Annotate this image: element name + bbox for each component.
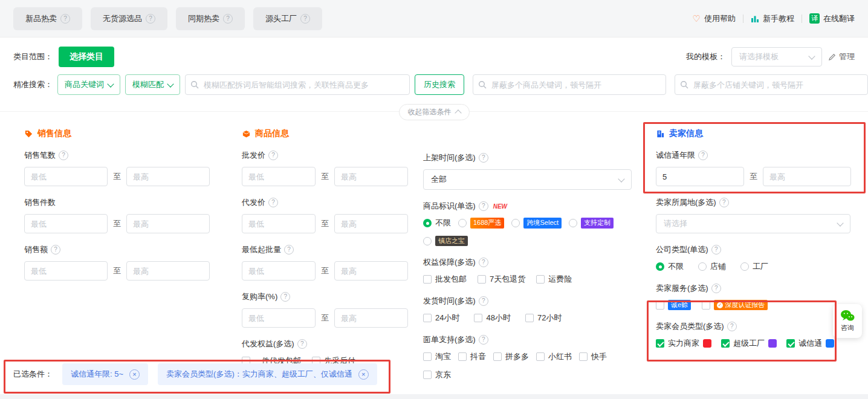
info-icon[interactable] bbox=[479, 201, 488, 211]
translate-link[interactable]: 译 在线翻译 bbox=[809, 13, 855, 24]
radio-tag-1688-select[interactable]: 1688严选 bbox=[458, 218, 504, 228]
years-max-input[interactable] bbox=[763, 167, 851, 186]
wechat-consult-button[interactable]: 咨询 bbox=[833, 304, 862, 338]
info-icon[interactable] bbox=[280, 292, 290, 302]
checkbox-icon bbox=[786, 339, 795, 348]
info-icon[interactable] bbox=[479, 335, 488, 345]
max-input[interactable] bbox=[334, 214, 408, 233]
radio-tag-customization[interactable]: 支持定制 bbox=[569, 218, 614, 228]
years-min-input[interactable] bbox=[656, 167, 744, 186]
info-icon[interactable] bbox=[268, 151, 278, 160]
checkbox-douyin[interactable]: 抖音 bbox=[458, 351, 486, 362]
history-search-button[interactable]: 历史搜索 bbox=[415, 74, 464, 95]
checkbox-cheng-e-she[interactable]: 诚e赊 bbox=[656, 300, 691, 310]
translate-icon: 译 bbox=[809, 13, 820, 24]
info-icon[interactable] bbox=[479, 258, 488, 267]
radio-company-factory[interactable]: 工厂 bbox=[740, 261, 768, 272]
radio-tag-shop-treasure[interactable]: 镇店之宝 bbox=[423, 236, 468, 246]
manage-template-button[interactable]: 管理 bbox=[828, 51, 855, 62]
radio-tag-crossborder-select[interactable]: 跨境Select bbox=[511, 218, 562, 228]
radio-tag-unlimited[interactable]: 不限 bbox=[423, 218, 451, 229]
section-seller-info: 卖家信息 诚信通年限 至 卖家所属地(多选) 请选择 公司类型(单选) 不限 bbox=[656, 128, 852, 349]
min-input[interactable] bbox=[242, 308, 316, 328]
min-input[interactable] bbox=[24, 214, 108, 233]
checkbox-72h[interactable]: 72小时 bbox=[525, 313, 562, 323]
block-product-wrap bbox=[473, 74, 666, 95]
max-input[interactable] bbox=[334, 167, 408, 186]
tab-new-hot[interactable]: 新品热卖 bbox=[13, 7, 82, 30]
collapse-filters-button[interactable]: 收起筛选条件 bbox=[399, 104, 470, 120]
checkbox-xiaohongshu[interactable]: 小红书 bbox=[536, 351, 572, 362]
seller-location-select[interactable]: 请选择 bbox=[656, 214, 850, 233]
info-icon[interactable] bbox=[146, 14, 155, 24]
info-icon[interactable] bbox=[284, 245, 294, 255]
checkbox-chengxintong[interactable]: 诚信通 bbox=[786, 338, 834, 349]
min-input[interactable] bbox=[242, 261, 316, 281]
checkbox-24h[interactable]: 24小时 bbox=[423, 313, 459, 323]
info-icon[interactable] bbox=[711, 284, 721, 293]
max-input[interactable] bbox=[126, 167, 210, 186]
block-product-keywords-input[interactable] bbox=[473, 74, 666, 95]
checkbox-super-factory[interactable]: 超级工厂 bbox=[721, 338, 777, 349]
tab-same-period-hot[interactable]: 同期热卖 bbox=[176, 7, 245, 30]
tab-no-source-selection[interactable]: 无货源选品 bbox=[91, 7, 167, 30]
radio-company-unlimited[interactable]: 不限 bbox=[656, 261, 684, 272]
page: 新品热卖 无货源选品 同期热卖 源头工厂 ♡ 使用帮助 bbox=[0, 0, 868, 399]
max-input[interactable] bbox=[126, 214, 210, 233]
tutorial-link[interactable]: 新手教程 bbox=[751, 13, 794, 24]
info-icon[interactable] bbox=[719, 198, 729, 207]
info-icon[interactable] bbox=[59, 151, 68, 160]
checkbox-strength-merchant[interactable]: 实力商家 bbox=[656, 338, 711, 349]
block-shop-keywords-input[interactable] bbox=[675, 74, 868, 95]
radio-company-shop[interactable]: 店铺 bbox=[698, 261, 726, 272]
match-mode-dropdown[interactable]: 模糊匹配 bbox=[125, 74, 180, 95]
checkbox-icon bbox=[423, 371, 432, 379]
min-input[interactable] bbox=[242, 214, 316, 233]
tag-icon bbox=[24, 129, 33, 138]
tab-label: 源头工厂 bbox=[265, 13, 297, 24]
max-input[interactable] bbox=[334, 261, 408, 281]
min-input[interactable] bbox=[242, 167, 316, 186]
checkbox-48h[interactable]: 48小时 bbox=[474, 313, 510, 323]
checkbox-jingdong[interactable]: 京东 bbox=[423, 369, 451, 380]
field-shelf-time: 上架时间(多选) 全部 bbox=[423, 152, 635, 190]
min-input[interactable] bbox=[24, 261, 108, 281]
template-select[interactable]: 请选择模板 bbox=[731, 47, 822, 66]
checkbox-freight-insurance[interactable]: 运费险 bbox=[536, 274, 572, 285]
info-icon[interactable] bbox=[711, 245, 721, 255]
max-input[interactable] bbox=[126, 261, 210, 281]
pencil-icon bbox=[828, 53, 836, 61]
info-icon[interactable] bbox=[479, 153, 488, 163]
help-link[interactable]: ♡ 使用帮助 bbox=[693, 13, 736, 24]
keyword-type-dropdown[interactable]: 商品关键词 bbox=[57, 74, 120, 95]
info-icon[interactable] bbox=[51, 245, 60, 255]
info-icon[interactable] bbox=[698, 151, 708, 160]
section-sales-info: 销售信息 销售笔数 至 销售件数 至 销售额 至 bbox=[24, 128, 218, 281]
radio-icon bbox=[656, 262, 664, 271]
info-icon[interactable] bbox=[479, 296, 488, 306]
main-search-input[interactable] bbox=[185, 74, 410, 95]
checkbox-icon bbox=[423, 314, 432, 322]
block-shop-wrap bbox=[675, 74, 868, 95]
info-icon[interactable] bbox=[268, 198, 278, 207]
remove-condition-icon[interactable] bbox=[129, 369, 140, 380]
select-category-button[interactable]: 选择类目 bbox=[59, 47, 114, 67]
info-icon[interactable] bbox=[297, 339, 307, 349]
checkbox-kuaishou[interactable]: 快手 bbox=[579, 351, 607, 362]
remove-condition-icon[interactable] bbox=[358, 369, 369, 380]
checkbox-deep-certification-report[interactable]: 深度认证报告 bbox=[702, 300, 768, 310]
info-icon[interactable] bbox=[60, 14, 70, 24]
checkbox-taobao[interactable]: 淘宝 bbox=[423, 351, 451, 362]
min-input[interactable] bbox=[24, 167, 108, 186]
checkbox-pinduoduo[interactable]: 拼多多 bbox=[493, 351, 529, 362]
checkbox-wholesale-free-shipping[interactable]: 批发包邮 bbox=[423, 274, 467, 285]
tab-source-factory[interactable]: 源头工厂 bbox=[253, 7, 322, 30]
max-input[interactable] bbox=[334, 308, 408, 328]
shelf-time-select[interactable]: 全部 bbox=[423, 169, 632, 190]
radio-icon bbox=[511, 219, 520, 227]
info-icon[interactable] bbox=[300, 14, 310, 24]
wechat-icon bbox=[840, 310, 855, 322]
info-icon[interactable] bbox=[727, 322, 737, 331]
info-icon[interactable] bbox=[223, 14, 233, 24]
checkbox-7day-return[interactable]: 7天包退货 bbox=[478, 274, 525, 285]
